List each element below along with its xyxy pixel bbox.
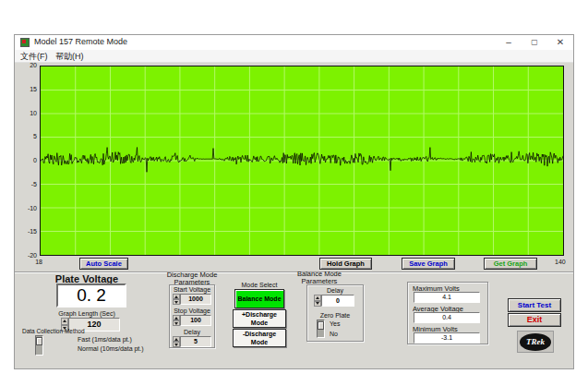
y-tick-label: 10 [15,110,37,116]
maximize-icon[interactable]: ▢ [522,35,547,50]
voltage-graph [40,66,564,256]
trek-logo: TRek [517,331,554,353]
discharge-delay-down-icon[interactable] [173,342,180,347]
normal-option-label[interactable]: Normal (10ms/data pt.) [78,345,144,352]
stop-voltage-value[interactable]: 100 [180,315,211,326]
start-voltage-label: Start Voltage [169,286,215,293]
neg-discharge-mode-button[interactable]: -Discharge Mode [233,329,286,347]
trek-logo-text: TRek [520,333,551,351]
stop-voltage-label: Stop Voltage [169,308,215,314]
graph-length-up-icon[interactable] [61,318,68,325]
balance-mode-button[interactable]: Balance Mode [234,289,284,308]
balance-delay-value[interactable]: 0 [321,295,354,307]
y-tick-label: -5 [15,181,37,187]
y-tick-label: -15 [15,228,37,235]
app-window: Model 157 Remote Mode – ▢ ✕ 文件(F) 帮助(H) … [14,34,574,369]
average-voltage-value: 0.4 [414,312,480,323]
balance-delay-stepper[interactable]: 0 [314,295,354,307]
x-axis-start-label: 18 [28,259,42,265]
minimum-volts-value: -3.1 [414,332,480,344]
close-icon[interactable]: ✕ [547,35,573,50]
window-title: Model 157 Remote Mode [34,37,127,46]
balance-delay-down-icon[interactable] [314,301,321,308]
stop-voltage-stepper[interactable]: 100 [173,315,211,326]
minimize-icon[interactable]: – [496,35,522,50]
save-graph-button[interactable]: Save Graph [402,258,455,270]
discharge-delay-stepper[interactable]: 5 [173,336,211,347]
auto-scale-button[interactable]: Auto Scale [79,258,128,270]
mode-select-label: Mode Select [227,282,292,288]
graph-length-label: Graph Length (Sec) [45,310,128,317]
zero-plate-toggle-handle[interactable] [318,321,324,330]
y-tick-label: -10 [15,205,37,211]
zero-plate-toggle[interactable] [317,320,325,338]
zero-plate-yes-label[interactable]: Yes [330,320,340,327]
get-graph-button[interactable]: Get Graph [484,258,537,270]
menu-help[interactable]: 帮助(H) [52,51,88,62]
start-voltage-down-icon[interactable] [173,299,180,305]
discharge-delay-value[interactable]: 5 [180,336,211,347]
y-tick-label: 5 [15,133,37,139]
balance-delay-label: Delay [306,287,364,294]
title-bar: Model 157 Remote Mode – ▢ ✕ [15,35,573,50]
y-tick-label: 15 [15,86,37,92]
plate-voltage-display[interactable]: 0. 2 [56,283,126,308]
stop-voltage-down-icon[interactable] [173,320,180,326]
start-voltage-stepper[interactable]: 1000 [173,294,211,305]
zero-plate-no-label[interactable]: No [330,331,338,337]
fast-option-label[interactable]: Fast (1ms/data pt.) [78,336,132,343]
hold-graph-button[interactable]: Hold Graph [319,258,372,270]
data-collection-slider-handle[interactable] [36,337,42,345]
y-tick-label: -20 [15,252,37,259]
data-collection-slider[interactable] [35,335,43,356]
discharge-delay-label: Delay [169,329,215,335]
menu-file[interactable]: 文件(F) [17,51,52,62]
y-tick-label: 20 [15,62,37,68]
exit-button[interactable]: Exit [508,313,561,327]
start-test-button[interactable]: Start Test [508,298,561,312]
app-icon [20,38,30,47]
zero-plate-label: Zero Plate [306,312,364,319]
maximum-volts-value: 4.1 [414,292,480,303]
x-axis-end-label: 140 [555,259,570,265]
start-voltage-value[interactable]: 1000 [180,294,211,305]
menu-bar: 文件(F) 帮助(H) [15,50,573,63]
y-tick-label: 0 [15,157,37,163]
pos-discharge-mode-button[interactable]: +Discharge Mode [233,309,286,328]
data-collection-label: Data Collection Method [22,328,85,334]
